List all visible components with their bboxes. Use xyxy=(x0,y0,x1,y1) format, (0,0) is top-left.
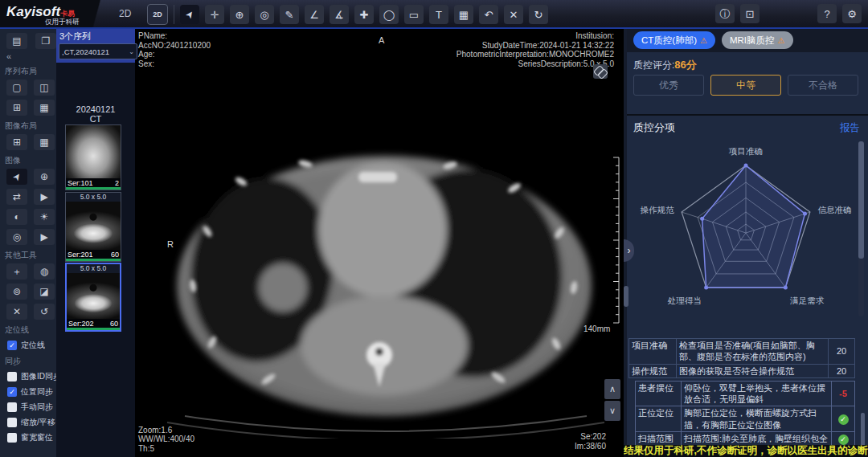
overlay-line: PhotometricInterpretation:MONOCHROME2 xyxy=(457,50,614,59)
ellipse-roi-tool-button[interactable]: ◯ xyxy=(379,5,399,24)
sync-checkbox-row[interactable]: 手动同步 xyxy=(7,402,56,413)
cursor-button[interactable]: ➤ xyxy=(6,169,27,185)
sync-checkbox[interactable] xyxy=(7,402,17,412)
radar-scrollbar[interactable] xyxy=(858,141,864,316)
rect-roi-tool-icon: ▭ xyxy=(409,10,419,20)
pan-tool-button[interactable]: ✛ xyxy=(205,5,224,24)
magnify-button[interactable]: ⊕ xyxy=(34,169,55,185)
series-layout-1x1-button[interactable]: ▢ xyxy=(6,80,27,96)
image-annotation-button[interactable]: ▦ xyxy=(454,5,473,24)
sync-checkbox-row[interactable]: 窗宽窗位 xyxy=(7,432,56,443)
divider xyxy=(627,114,868,116)
study-select-dropdown[interactable]: ,CT,20240121 ⌄ xyxy=(59,43,137,59)
reset-button[interactable]: ↻ xyxy=(529,5,548,24)
orientation-right-label: R xyxy=(167,239,174,249)
qc-subcriteria-table: 患者摆位仰卧位，双臂上举抱头，患者体位摆放合适，无明显偏斜-5正位定位胸部正位定… xyxy=(635,381,855,447)
angle-tool-button[interactable]: ∠ xyxy=(305,5,324,24)
qc-tab-inactive[interactable]: MRI脑质控⚠ xyxy=(722,31,793,49)
eraser-button[interactable]: ◪ xyxy=(34,284,55,300)
localizer-checkbox-row[interactable]: ✓定位线 xyxy=(7,340,56,351)
table-scrollbar-thumb[interactable] xyxy=(861,413,865,448)
window-level-tool-button[interactable]: ◎ xyxy=(255,5,274,24)
previous-image-button[interactable]: ∧ xyxy=(604,379,620,399)
next-image-button[interactable]: ∨ xyxy=(604,401,620,421)
grade-button[interactable]: 优秀 xyxy=(633,75,704,96)
layout-2d-button[interactable]: 2D xyxy=(147,4,168,25)
comment-button[interactable]: ◍ xyxy=(34,263,55,280)
logo-suffix: 卡易 xyxy=(60,10,75,18)
crosshair-button[interactable]: ＋ xyxy=(6,263,27,280)
scroll-stack-button[interactable]: ▶ xyxy=(34,189,55,205)
cobb-angle-tool-icon: ∡ xyxy=(334,10,344,20)
series-layout-1x2-button[interactable]: ◫ xyxy=(34,80,55,96)
toolbar-separator xyxy=(174,5,174,24)
overlay-line: PName: xyxy=(138,31,211,41)
roi-probe-button[interactable]: ⊚ xyxy=(6,284,27,300)
series-layout-2x2-button[interactable]: ⊞ xyxy=(6,100,27,116)
localizer-checkbox[interactable]: ✓ xyxy=(7,341,17,350)
save-button[interactable]: ⊡ xyxy=(740,4,760,23)
image-layout-3x3-button[interactable]: ▦ xyxy=(34,134,55,150)
zoom-ww-overlay: Zoom:1.6WW/WL:400/40Th:5 xyxy=(138,426,194,454)
sync-checkbox[interactable] xyxy=(7,433,17,443)
cursor-tool-button[interactable]: ➤ xyxy=(180,5,199,24)
image-layout-3x3-icon: ▦ xyxy=(39,137,48,148)
copy-icon[interactable]: ❐ xyxy=(35,33,56,49)
link-sync-icon[interactable] xyxy=(593,64,608,79)
sync-checkbox-row[interactable]: 缩放/平移 xyxy=(7,417,56,428)
cine-play-button[interactable]: ▶ xyxy=(34,229,55,245)
invert-contrast-button[interactable]: ◐ xyxy=(6,209,27,225)
series-thumbnail[interactable]: Ser:1012 xyxy=(65,124,121,190)
qc-criteria-table: 项目准确检查项目是否准确(项目如脑部、胸部、腹部是否在标准的范围内容)20操作规… xyxy=(628,338,855,378)
settings-button[interactable]: ⚙ xyxy=(842,4,862,23)
image-viewport[interactable]: PName:AccNO:2401210200Age:Sex: Institusi… xyxy=(135,29,624,457)
text-annotation-tool-button[interactable]: T xyxy=(429,5,448,24)
rect-roi-tool-button[interactable]: ▭ xyxy=(404,5,424,24)
info-button[interactable]: ⓘ xyxy=(715,4,735,23)
delete-button[interactable]: ✕ xyxy=(6,304,27,320)
series-thumbnail[interactable]: 5.0 x 5.0Ser:20160 xyxy=(65,192,121,262)
grade-button[interactable]: 不合格 xyxy=(788,75,858,96)
qc-subitem-name: 正位定位 xyxy=(636,406,682,432)
orientation-anterior-label: A xyxy=(379,35,384,45)
sync-checkbox-row[interactable]: 图像ID同步 xyxy=(7,371,56,382)
rotate-ccw-button[interactable]: ↺ xyxy=(34,304,55,320)
image-annotation-icon: ▦ xyxy=(459,10,469,20)
viewer-scrollbar-thumb[interactable] xyxy=(624,286,628,307)
disclaimer-marquee: 结果仅用于科研,不作诊断证明，诊断以医生出具的诊断 xyxy=(624,445,868,457)
undo-button[interactable]: ↶ xyxy=(479,5,498,24)
ruler-length-label: 140mm xyxy=(583,324,610,333)
help-button[interactable]: ? xyxy=(817,4,837,23)
sync-checkbox[interactable] xyxy=(7,418,17,427)
sync-checkbox[interactable]: ✓ xyxy=(7,387,17,397)
cobb-angle-tool-button[interactable]: ∡ xyxy=(330,5,349,24)
brightness-button[interactable]: ☀ xyxy=(34,209,55,225)
image-pager: ∧ ∨ xyxy=(604,379,620,421)
series-thumbnail[interactable]: 5.0 x 5.0Ser:20260 xyxy=(65,263,121,332)
flip-button[interactable]: ⇄ xyxy=(6,189,27,205)
radar-scrollbar-thumb[interactable] xyxy=(858,141,864,259)
overlay-line: Im:38/60 xyxy=(575,442,606,451)
qc-tab-active[interactable]: CT质控(肺部)⚠ xyxy=(633,31,715,49)
grade-button[interactable]: 中等 xyxy=(710,75,781,96)
marker-tool-button[interactable]: ✚ xyxy=(354,5,374,24)
image-layout-2x2-button[interactable]: ⊞ xyxy=(6,134,27,150)
thumbnail-size-label: 5.0 x 5.0 xyxy=(67,264,120,273)
sync-checkbox[interactable] xyxy=(7,372,17,382)
qc-subitem-desc: 胸部正位定位，横断面螺旋方式扫描，有胸部正位定位图像 xyxy=(682,406,832,432)
sync-checkbox-row[interactable]: ✓位置同步 xyxy=(7,386,56,398)
qc-subitem-name: 扫描范围 xyxy=(636,432,682,447)
left-tool-sidebar: ▤❐ « 序列布局▢◫⊞▦图像布局⊞▦图像➤⊕⇄▶◐☀◎▶其他工具＋◍⊚◪✕↺ … xyxy=(0,29,57,457)
measure-tool-button[interactable]: ✎ xyxy=(280,5,299,24)
report-icon[interactable]: ▤ xyxy=(6,33,27,49)
delete-annotation-button[interactable]: ✕ xyxy=(504,5,523,24)
zoom-in-tool-button[interactable]: ⊕ xyxy=(230,5,249,24)
series-count-label: 3个序列 xyxy=(59,31,91,43)
target-button[interactable]: ◎ xyxy=(6,229,27,245)
collapse-sidebar-button[interactable]: « xyxy=(6,51,56,61)
series-layout-3x3-button[interactable]: ▦ xyxy=(34,100,55,116)
thumbnail-series-number: Ser:201 xyxy=(68,251,93,259)
rotate-ccw-icon: ↺ xyxy=(40,306,48,317)
reset-icon: ↻ xyxy=(534,10,543,20)
qc-item-name: 操作规范 xyxy=(629,364,677,377)
